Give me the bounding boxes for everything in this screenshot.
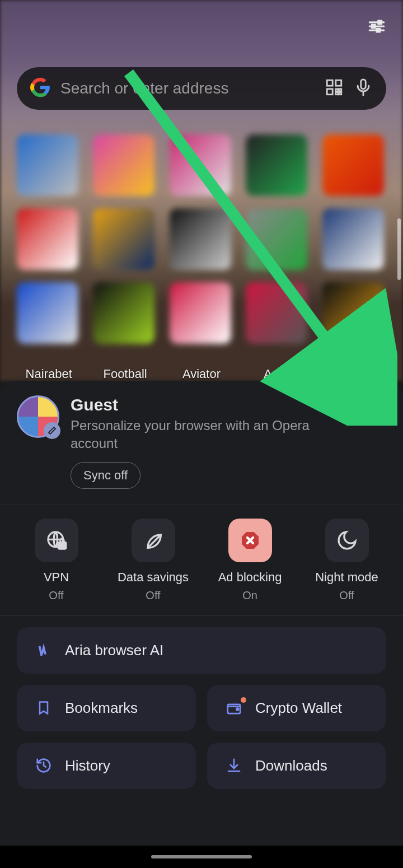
profile-avatar[interactable] — [17, 395, 59, 438]
power-exit-button[interactable] — [330, 396, 352, 418]
bookmarks-button[interactable]: Bookmarks — [17, 685, 196, 731]
aria-ai-button[interactable]: Aria browser AI — [17, 627, 386, 674]
svg-rect-12 — [339, 89, 341, 91]
speed-dial-labels: Nairabet Football Aviator Apex G...Mu... — [17, 367, 386, 381]
svg-rect-5 — [377, 29, 380, 32]
data-savings-toggle[interactable]: Data savings Off — [105, 519, 202, 602]
night-mode-toggle[interactable]: Night mode Off — [298, 519, 395, 602]
svg-rect-13 — [361, 80, 366, 89]
crypto-wallet-button[interactable]: Crypto Wallet — [207, 685, 386, 731]
svg-point-24 — [236, 708, 238, 711]
svg-point-17 — [373, 405, 378, 409]
address-search-bar[interactable]: Search or enter address — [17, 67, 386, 110]
downloads-button[interactable]: Downloads — [207, 743, 386, 789]
vpn-toggle[interactable]: VPN Off — [8, 519, 105, 602]
ad-blocking-toggle[interactable]: Ad blocking On — [202, 519, 298, 602]
scrollbar-thumb[interactable] — [397, 218, 401, 280]
customise-sliders-icon[interactable] — [367, 17, 386, 38]
profile-subtitle: Personalize your browser with an Opera a… — [71, 417, 319, 453]
svg-rect-19 — [58, 542, 65, 549]
voice-search-icon[interactable] — [354, 78, 373, 99]
qr-scan-icon[interactable] — [325, 78, 344, 99]
svg-rect-7 — [336, 80, 341, 86]
aria-icon — [34, 642, 54, 659]
google-logo-icon — [30, 77, 50, 100]
history-button[interactable]: History — [17, 743, 196, 789]
download-icon — [224, 757, 244, 774]
wallet-icon — [224, 699, 244, 716]
home-indicator[interactable] — [151, 855, 252, 858]
edit-avatar-icon[interactable] — [44, 422, 60, 439]
search-placeholder: Search or enter address — [60, 80, 315, 97]
settings-button[interactable] — [365, 396, 386, 418]
leaf-icon — [132, 519, 175, 562]
opera-menu-sheet: Guest Personalize your browser with an O… — [0, 381, 403, 846]
svg-rect-10 — [339, 92, 341, 95]
svg-rect-4 — [372, 25, 376, 28]
system-nav-bar — [0, 846, 403, 868]
globe-lock-icon — [35, 519, 78, 562]
bookmark-icon — [34, 700, 54, 716]
speed-dial-grid — [17, 134, 386, 344]
svg-rect-3 — [378, 21, 382, 24]
svg-rect-6 — [327, 80, 332, 86]
svg-rect-9 — [336, 89, 338, 91]
history-icon — [34, 757, 54, 774]
sync-toggle-button[interactable]: Sync off — [71, 462, 140, 489]
svg-rect-11 — [336, 92, 338, 95]
moon-icon — [325, 519, 369, 562]
profile-name: Guest — [71, 395, 319, 414]
shield-x-icon — [228, 519, 272, 562]
svg-rect-8 — [327, 89, 332, 95]
